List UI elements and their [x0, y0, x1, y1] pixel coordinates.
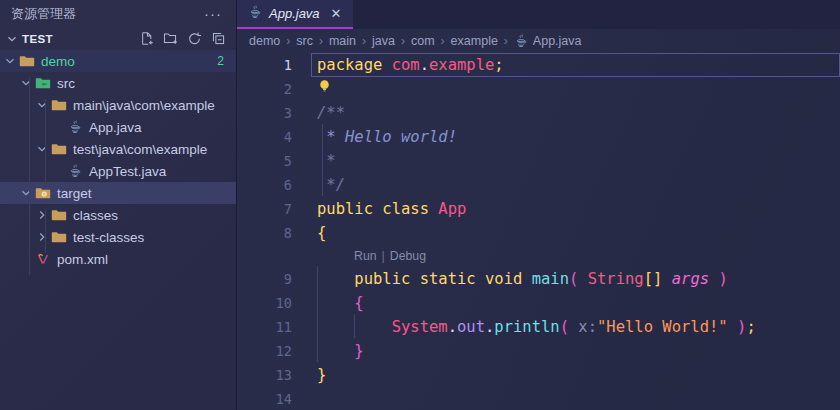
- line-number: 6: [237, 173, 305, 197]
- breadcrumb-item-main[interactable]: main: [329, 34, 356, 48]
- tree-item-label: target: [57, 186, 92, 201]
- explorer-header: 资源管理器 ···: [0, 0, 236, 27]
- folder-icon: [19, 53, 35, 69]
- line-number: 2: [237, 77, 305, 101]
- chevron-down-icon[interactable]: [4, 32, 20, 46]
- tree-item-icon: [50, 97, 68, 113]
- tree-item-classes[interactable]: classes: [0, 204, 236, 226]
- tree-item-label: App.java: [89, 120, 142, 135]
- tree-chevron[interactable]: [2, 54, 18, 68]
- tree-chevron[interactable]: [18, 186, 34, 200]
- line-number: 7: [237, 197, 305, 221]
- chevron-down-icon[interactable]: [3, 54, 17, 68]
- new-folder-icon[interactable]: [163, 31, 178, 46]
- codelens-debug-link[interactable]: Debug: [390, 249, 426, 263]
- code-line-8[interactable]: 8{: [237, 221, 840, 245]
- breadcrumb-separator: ›: [362, 34, 366, 48]
- tree-chevron[interactable]: [34, 142, 50, 156]
- breadcrumb-item-java[interactable]: java: [372, 34, 395, 48]
- tree-item-label: classes: [73, 208, 118, 223]
- section-header-test[interactable]: TEST: [0, 27, 236, 50]
- code-line-1[interactable]: 1package com.example;: [237, 53, 840, 77]
- tab-label: App.java: [269, 6, 320, 21]
- tree-item-icon: [34, 185, 52, 201]
- tree-item-src[interactable]: src: [0, 72, 236, 94]
- codelens-row: Run|Debug: [237, 245, 840, 267]
- code-line-14[interactable]: 14: [237, 387, 840, 410]
- tree-item-demo[interactable]: demo2: [0, 50, 236, 72]
- line-number: 5: [237, 149, 305, 173]
- tree-chevron[interactable]: [34, 208, 50, 222]
- lightbulb-icon[interactable]: [316, 77, 332, 101]
- line-number: 10: [237, 291, 305, 315]
- tab-app-java[interactable]: App.java ✕: [237, 0, 353, 29]
- tree-item-test-java-com-example[interactable]: test\java\com\example: [0, 138, 236, 160]
- tree-item-icon: [50, 229, 68, 245]
- breadcrumb-label: main: [329, 34, 356, 48]
- code-editor[interactable]: 1package com.example;23/**4 * Hello worl…: [237, 52, 840, 410]
- folder-icon: [51, 229, 67, 245]
- tree-item-label: main\java\com\example: [73, 98, 215, 113]
- tree-chevron[interactable]: [34, 98, 50, 112]
- more-actions-icon[interactable]: ···: [204, 9, 222, 19]
- line-text: public static void main( String[] args ): [305, 267, 728, 291]
- tree-item-main-java-com-example[interactable]: main\java\com\example: [0, 94, 236, 116]
- code-line-13[interactable]: 13}: [237, 363, 840, 387]
- maven-icon: [36, 252, 50, 266]
- tree-item-apptest.java[interactable]: AppTest.java: [0, 160, 236, 182]
- chevron-right-icon[interactable]: [35, 230, 49, 244]
- breadcrumb-separator: ›: [286, 34, 290, 48]
- code-line-3[interactable]: 3/**: [237, 101, 840, 125]
- code-line-2[interactable]: 2: [237, 77, 840, 101]
- breadcrumb-item-src[interactable]: src: [296, 34, 313, 48]
- code-line-6[interactable]: 6 */: [237, 173, 840, 197]
- code-line-9[interactable]: 9 public static void main( String[] args…: [237, 267, 840, 291]
- code-line-11[interactable]: 11 System.out.println( x:"Hello World!" …: [237, 315, 840, 339]
- chevron-down-icon[interactable]: [19, 186, 33, 200]
- collapse-folders-icon[interactable]: [211, 31, 226, 46]
- tree-chevron[interactable]: [34, 230, 50, 244]
- line-number: 14: [237, 387, 305, 410]
- code-line-7[interactable]: 7public class App: [237, 197, 840, 221]
- line-text: * Hello world!: [305, 125, 457, 149]
- line-text: }: [305, 363, 326, 387]
- codelens-run-link[interactable]: Run: [354, 249, 377, 263]
- tree-item-test-classes[interactable]: test-classes: [0, 226, 236, 248]
- chevron-right-icon[interactable]: [35, 208, 49, 222]
- chevron-down-icon[interactable]: [35, 98, 49, 112]
- line-text: {: [305, 221, 326, 245]
- chevron-down-icon[interactable]: [19, 76, 33, 90]
- line-number: 11: [237, 315, 305, 339]
- chevron-down-icon[interactable]: [35, 142, 49, 156]
- breadcrumb-separator: ›: [319, 34, 323, 48]
- code-line-4[interactable]: 4 * Hello world!: [237, 125, 840, 149]
- chevron-placeholder: [51, 164, 65, 178]
- code-line-12[interactable]: 12 }: [237, 339, 840, 363]
- breadcrumb-item-app.java[interactable]: App.java: [514, 34, 582, 48]
- line-text: */: [305, 173, 345, 197]
- breadcrumb-item-demo[interactable]: demo: [249, 34, 280, 48]
- code-line-5[interactable]: 5 *: [237, 149, 840, 173]
- breadcrumb-separator: ›: [441, 34, 445, 48]
- tree-indent-guide: [29, 77, 30, 275]
- line-number: 1: [237, 53, 305, 77]
- breadcrumb-item-example[interactable]: example: [451, 34, 498, 48]
- breadcrumb-item-com[interactable]: com: [411, 34, 435, 48]
- close-icon[interactable]: ✕: [331, 6, 342, 21]
- breadcrumb-label: src: [296, 34, 313, 48]
- file-tree: demo2srcmain\java\com\exampleApp.javates…: [0, 50, 236, 270]
- breadcrumb-label: java: [372, 34, 395, 48]
- tree-item-pom.xml[interactable]: pom.xml: [0, 248, 236, 270]
- folder-icon: [51, 141, 67, 157]
- explorer-sidebar: 资源管理器 ··· TEST demo2srcmain\java\com\exa…: [0, 0, 237, 410]
- refresh-icon[interactable]: [187, 31, 202, 46]
- new-file-icon[interactable]: [139, 31, 154, 46]
- tree-item-icon: [34, 75, 52, 91]
- tree-item-app.java[interactable]: App.java: [0, 116, 236, 138]
- line-number: 9: [237, 267, 305, 291]
- line-text: package com.example;: [305, 53, 504, 77]
- chevron-placeholder: [51, 120, 65, 134]
- code-line-10[interactable]: 10 {: [237, 291, 840, 315]
- tree-item-target[interactable]: target: [0, 182, 236, 204]
- tree-chevron[interactable]: [18, 76, 34, 90]
